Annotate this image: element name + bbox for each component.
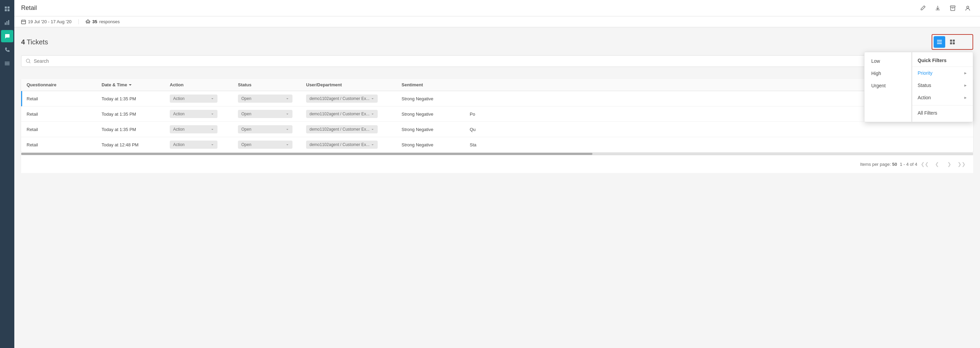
priority-option-urgent[interactable]: Urgent — [864, 80, 912, 92]
cell-action: Action — [170, 140, 238, 149]
search-bar — [21, 55, 973, 67]
sidebar-icon-grid[interactable] — [1, 3, 13, 15]
search-icon — [25, 58, 31, 64]
download-icon[interactable] — [932, 3, 943, 14]
status-dropdown[interactable]: Open — [238, 140, 293, 149]
chevron-right-icon: ► — [964, 96, 967, 100]
page-title: Retail — [21, 5, 37, 11]
data-table: Questionnaire Date & Time Action Status … — [21, 79, 973, 152]
svg-rect-7 — [5, 62, 10, 62]
header-actions — [917, 3, 973, 14]
svg-rect-5 — [6, 21, 8, 25]
sidebar-icon-chat[interactable] — [1, 30, 13, 42]
user-dept-dropdown[interactable]: demo1102agent / Customer Ex... — [306, 140, 378, 149]
qf-item-action[interactable]: Action ► — [912, 91, 973, 104]
filter-btn[interactable] — [959, 36, 971, 48]
grid-view-btn[interactable] — [947, 36, 958, 48]
action-dropdown[interactable]: Action — [170, 140, 218, 149]
list-view-btn[interactable] — [934, 36, 945, 48]
cell-extra: Sta — [470, 142, 521, 147]
user-dept-dropdown[interactable]: demo1102agent / Customer Ex... — [306, 125, 378, 133]
qf-item-priority[interactable]: Priority ► — [912, 67, 973, 79]
last-page-btn[interactable]: ❯❯ — [957, 159, 966, 169]
qf-item-status[interactable]: Status ► — [912, 79, 973, 91]
status-dropdown[interactable]: Open — [238, 125, 293, 133]
cell-status: Open — [238, 140, 306, 149]
svg-rect-8 — [5, 63, 10, 64]
menu-divider — [912, 105, 973, 105]
priority-option-low[interactable]: Low — [864, 55, 912, 67]
search-input[interactable] — [34, 58, 969, 64]
edit-icon[interactable] — [917, 3, 928, 14]
page-content: 4 Tickets — [14, 27, 980, 348]
col-action: Action — [170, 82, 238, 87]
next-page-btn[interactable]: ❯ — [945, 159, 954, 169]
cell-user-dept: demo1102agent / Customer Ex... — [306, 125, 401, 133]
svg-point-14 — [88, 22, 90, 23]
cell-sentiment: Strong Negative — [401, 112, 470, 117]
sidebar-icon-chart[interactable] — [1, 16, 13, 29]
col-sentiment: Sentiment — [401, 82, 470, 87]
sub-header: 19 Jul '20 - 17 Aug '20 35 responses — [14, 16, 980, 27]
svg-rect-0 — [5, 6, 7, 8]
cell-user-dept: demo1102agent / Customer Ex... — [306, 110, 401, 118]
response-count-value: 35 — [92, 19, 97, 24]
cell-user-dept: demo1102agent / Customer Ex... — [306, 94, 401, 103]
priority-option-high[interactable]: High — [864, 67, 912, 80]
cell-sentiment: Strong Negative — [401, 142, 470, 147]
chevron-right-icon: ► — [964, 83, 967, 87]
quick-filters-title: Quick Filters — [912, 55, 973, 67]
svg-rect-18 — [950, 40, 952, 42]
svg-point-22 — [26, 59, 30, 62]
svg-rect-12 — [21, 20, 25, 24]
profile-icon[interactable] — [962, 3, 973, 14]
svg-rect-3 — [8, 9, 10, 11]
response-count: 35 responses — [86, 19, 119, 24]
tickets-header: 4 Tickets — [21, 34, 973, 50]
quick-filters-menu: Quick Filters Priority ► Status ► Action… — [912, 52, 973, 122]
svg-rect-2 — [5, 9, 7, 11]
date-filter[interactable]: 19 Jul '20 - 17 Aug '20 — [21, 19, 79, 24]
tickets-count: 4 — [21, 38, 25, 46]
status-dropdown[interactable]: Open — [238, 94, 293, 103]
cell-datetime: Today at 1:35 PM — [102, 127, 170, 132]
svg-point-11 — [967, 6, 969, 8]
cell-questionnaire: Retail — [27, 96, 102, 101]
items-per-page-footer: Items per page: 50 — [860, 162, 897, 167]
svg-rect-9 — [5, 64, 10, 65]
user-dept-dropdown[interactable]: demo1102agent / Customer Ex... — [306, 94, 378, 103]
svg-point-13 — [86, 22, 88, 23]
col-datetime[interactable]: Date & Time — [102, 82, 170, 87]
svg-rect-21 — [953, 42, 955, 44]
cell-status: Open — [238, 94, 306, 103]
svg-rect-4 — [5, 22, 6, 25]
sidebar-icon-phone[interactable] — [1, 44, 13, 56]
view-toolbar — [932, 34, 973, 50]
col-extra — [470, 82, 521, 87]
all-filters-btn[interactable]: All Filters — [912, 107, 973, 119]
cell-action: Action — [170, 125, 238, 133]
svg-rect-10 — [950, 6, 955, 7]
table-row: Retail Today at 1:35 PM Action Open — [21, 91, 973, 107]
status-dropdown[interactable]: Open — [238, 110, 293, 118]
cell-action: Action — [170, 94, 238, 103]
action-dropdown[interactable]: Action — [170, 94, 218, 103]
table-header: Questionnaire Date & Time Action Status … — [21, 79, 973, 91]
quick-filters-panel: Low High Urgent Quick Filters Priority ►… — [864, 52, 973, 122]
prev-page-btn[interactable]: ❮ — [932, 159, 942, 169]
sidebar-icon-menu[interactable] — [1, 57, 13, 70]
cell-status: Open — [238, 125, 306, 133]
main-content: Retail — [14, 0, 980, 348]
archive-icon[interactable] — [947, 3, 958, 14]
cell-extra: Qu — [470, 127, 521, 132]
cell-questionnaire: Retail — [27, 112, 102, 117]
cell-questionnaire: Retail — [27, 142, 102, 147]
action-dropdown[interactable]: Action — [170, 110, 218, 118]
action-dropdown[interactable]: Action — [170, 125, 218, 133]
col-status: Status — [238, 82, 306, 87]
user-dept-dropdown[interactable]: demo1102agent / Customer Ex... — [306, 110, 378, 118]
cell-sentiment: Strong Negative — [401, 96, 470, 101]
first-page-btn[interactable]: ❮❮ — [920, 159, 929, 169]
table-row: Retail Today at 1:35 PM Action Open — [21, 107, 973, 122]
svg-rect-17 — [937, 43, 942, 44]
